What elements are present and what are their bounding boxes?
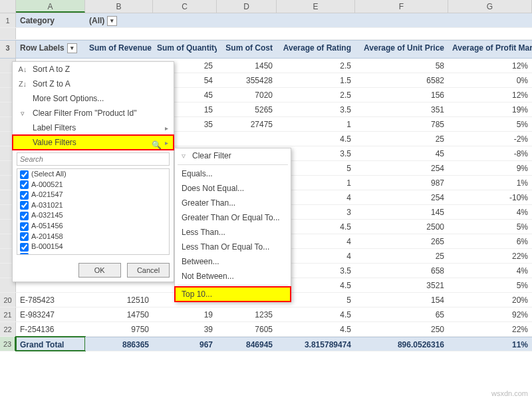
col-header[interactable]: Average of Unit Price	[355, 41, 448, 58]
row-labels-header[interactable]: Row Labels▾	[16, 41, 85, 58]
grand-total-value: 846945	[217, 337, 277, 351]
more-sort-options[interactable]: More Sort Options...	[13, 91, 174, 106]
grand-total-value: 11%	[448, 337, 532, 351]
value-filters[interactable]: Value Filters	[13, 135, 174, 150]
rowh[interactable]: 20	[0, 293, 16, 307]
filter-check-item[interactable]: A-021547	[17, 190, 169, 200]
clear-filter-sub: ▿Clear Filter	[175, 148, 291, 163]
filter-field-value[interactable]: (All)▾	[85, 13, 153, 27]
funnel-icon: ▿	[17, 109, 29, 118]
grand-total-label[interactable]: Grand Total	[16, 337, 85, 351]
col-header[interactable]: Average of Rating	[277, 41, 355, 58]
grand-total-value: 896.0526316	[355, 337, 448, 351]
sort-descending[interactable]: Z↓Sort Z to A	[13, 77, 174, 91]
filter-between[interactable]: Between...	[175, 254, 291, 269]
grand-total-row: 23 Grand Total 886365 967 846945 3.81578…	[0, 337, 532, 351]
checkbox[interactable]	[20, 222, 29, 231]
filter-check-item[interactable]: B-021453	[17, 252, 169, 255]
watermark: wsxdn.com	[491, 389, 528, 397]
filter-checklist[interactable]: (Select All)A-000521A-021547A-031021A-03…	[17, 168, 170, 255]
checkbox[interactable]	[20, 232, 29, 241]
col-header[interactable]: Sum of Quantity	[153, 41, 217, 58]
dropdown-icon[interactable]: ▾	[67, 43, 77, 53]
checkbox[interactable]	[20, 191, 29, 200]
checkbox[interactable]	[20, 180, 29, 189]
checkbox[interactable]	[20, 170, 29, 179]
sort-filter-menu[interactable]: A↓Sort A to Z Z↓Sort Z to A More Sort Op…	[12, 61, 174, 282]
checkbox[interactable]	[20, 212, 29, 220]
colh-f[interactable]: F	[355, 0, 448, 13]
pivot-header-row: 3 Row Labels▾ Sum of Revenue Sum of Quan…	[0, 40, 532, 59]
filter-not-equal[interactable]: Does Not Equal...	[175, 181, 291, 196]
filter-greater-than[interactable]: Greater Than...	[175, 196, 291, 210]
filter-check-item[interactable]: B-000154	[17, 242, 169, 252]
colh-a[interactable]: A	[16, 0, 85, 13]
rowh[interactable]: 21	[0, 307, 16, 321]
colh-d[interactable]: D	[217, 0, 277, 13]
filter-less-equal[interactable]: Less Than Or Equal To...	[175, 240, 291, 254]
grand-total-value: 967	[153, 337, 217, 351]
filter-check-item[interactable]: A-032145	[17, 210, 169, 221]
rowh-blank[interactable]	[0, 28, 16, 39]
label-filters[interactable]: Label Filters	[13, 120, 174, 135]
table-row: 21E-983247147501912354.56592%	[0, 307, 532, 322]
filter-check-item[interactable]: A-000521	[17, 180, 169, 190]
value-filters-submenu[interactable]: ▿Clear Filter Equals... Does Not Equal..…	[174, 148, 291, 302]
clear-filter: ▿Clear Filter From "Product Id"	[13, 106, 174, 120]
sort-ascending[interactable]: A↓Sort A to Z	[13, 62, 174, 77]
filter-check-item[interactable]: A-051456	[17, 221, 169, 232]
sort-az-icon: A↓	[17, 65, 29, 73]
rowh-1[interactable]: 1	[0, 13, 16, 27]
col-header[interactable]: Sum of Revenue	[85, 41, 153, 58]
column-headers: A B C D E F G	[0, 0, 532, 13]
colh-c[interactable]: C	[153, 0, 217, 13]
colh-b[interactable]: B	[85, 0, 153, 13]
checkbox[interactable]	[20, 243, 29, 252]
ok-button[interactable]: OK	[78, 263, 121, 278]
sort-za-icon: Z↓	[17, 80, 29, 88]
filter-equals[interactable]: Equals...	[175, 166, 291, 181]
checkbox[interactable]	[20, 253, 29, 255]
table-row: 22F-25413697503976054.525022%	[0, 322, 532, 337]
search-input[interactable]	[17, 152, 170, 166]
filter-not-between[interactable]: Not Between...	[175, 269, 291, 284]
filter-field-label: Category	[16, 13, 85, 27]
filter-greater-equal[interactable]: Greater Than Or Equal To...	[175, 210, 291, 225]
blank-row	[0, 28, 532, 40]
grand-total-value: 3.815789474	[277, 337, 355, 351]
filter-less-than[interactable]: Less Than...	[175, 225, 291, 240]
filter-check-item[interactable]: A-031021	[17, 200, 169, 211]
pivot-filter-row: 1 Category (All)▾	[0, 13, 532, 28]
select-all-corner[interactable]	[0, 0, 16, 13]
filter-check-item[interactable]: A-201458	[17, 232, 169, 242]
rowh-23[interactable]: 23	[0, 337, 16, 351]
rowh-3[interactable]: 3	[0, 41, 16, 58]
colh-e[interactable]: E	[277, 0, 355, 13]
dropdown-icon[interactable]: ▾	[107, 16, 117, 26]
colh-g[interactable]: G	[448, 0, 532, 13]
filter-check-item[interactable]: (Select All)	[17, 169, 169, 180]
col-header[interactable]: Average of Profit Margin	[448, 41, 532, 58]
filter-top-10[interactable]: Top 10...	[175, 287, 291, 301]
col-header[interactable]: Sum of Cost	[217, 41, 277, 58]
grand-total-value: 886365	[85, 337, 153, 351]
rowh[interactable]: 22	[0, 322, 16, 336]
cancel-button[interactable]: Cancel	[127, 263, 170, 278]
checkbox[interactable]	[20, 201, 29, 210]
funnel-icon: ▿	[182, 151, 192, 160]
